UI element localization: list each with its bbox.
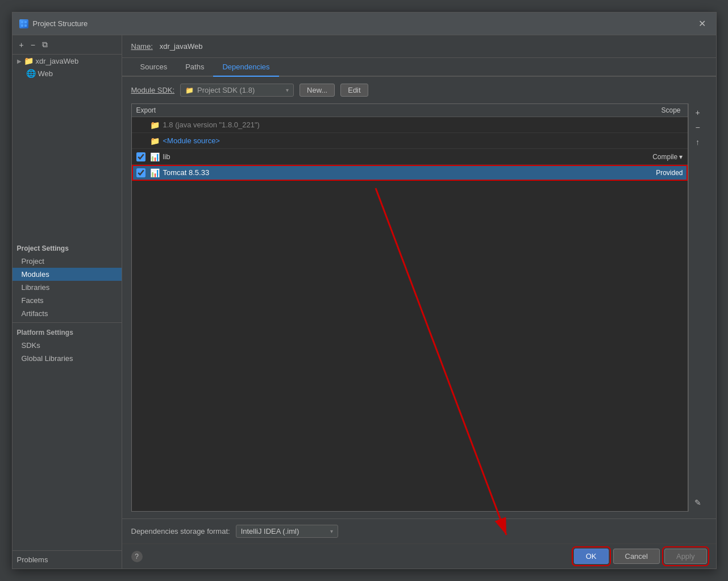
expand-icon: ▶ (17, 58, 22, 64)
sidebar-item-global-libraries[interactable]: Global Libraries (13, 352, 122, 365)
platform-settings-header: Platform Settings (13, 322, 122, 339)
help-button[interactable]: ? (131, 551, 143, 562)
add-dep-button[interactable]: + (691, 106, 705, 119)
tree-node-web-label: Web (38, 69, 53, 78)
panel-content: Module SDK: 📁 Project SDK (1.8) ▾ New...… (122, 77, 716, 518)
sdk-dropdown[interactable]: 📁 Project SDK (1.8) ▾ (180, 84, 294, 97)
bottom-bar: ? OK Cancel Apply (122, 543, 716, 568)
svg-rect-0 (21, 21, 23, 23)
tomcat-icon: 📊 (150, 168, 160, 177)
name-value: xdr_javaWeb (160, 42, 707, 51)
title-bar: Project Structure ✕ (13, 13, 716, 35)
sidebar: + − ⧉ ▶ 📁 xdr_javaWeb 🌐 Web (13, 35, 122, 568)
move-up-button[interactable]: ↑ (691, 135, 705, 149)
project-settings-header: Project Settings (13, 240, 122, 255)
right-panel: Name: xdr_javaWeb Sources Paths Dependen… (122, 35, 716, 568)
web-icon: 🌐 (26, 69, 36, 78)
jdk-name: 1.8 (java version "1.8.0_221") (163, 121, 626, 129)
edit-dep-button[interactable]: ✎ (691, 496, 705, 509)
module-source-folder-icon: 📁 (150, 136, 160, 146)
edit-sdk-button[interactable]: Edit (340, 84, 368, 97)
name-label: Name: (131, 42, 153, 51)
tab-dependencies[interactable]: Dependencies (213, 58, 278, 77)
sidebar-item-problems[interactable]: Problems (13, 550, 122, 568)
remove-dep-button[interactable]: − (691, 121, 705, 134)
add-button[interactable]: + (17, 39, 26, 51)
storage-format-label: Dependencies storage format: (131, 527, 230, 536)
name-row: Name: xdr_javaWeb (122, 35, 716, 58)
sdk-arrow-icon: ▾ (286, 87, 289, 93)
window-title: Project Structure (33, 19, 88, 28)
tab-sources[interactable]: Sources (131, 58, 177, 77)
tomcat-scope: Provided (626, 169, 683, 177)
storage-format-value: IntelliJ IDEA (.iml) (241, 527, 327, 536)
apply-button[interactable]: Apply (664, 549, 707, 564)
folder-icon: 📁 (24, 56, 34, 65)
new-sdk-button[interactable]: New... (299, 84, 335, 97)
cancel-button[interactable]: Cancel (613, 549, 660, 564)
svg-rect-1 (24, 21, 27, 23)
svg-rect-3 (24, 24, 27, 27)
sdk-folder-icon: 📁 (185, 86, 194, 94)
tree-node-root[interactable]: ▶ 📁 xdr_javaWeb (13, 55, 122, 67)
lib-scope: Compile ▾ (626, 153, 683, 161)
sidebar-toolbar: + − ⧉ (13, 35, 122, 55)
tomcat-name: Tomcat 8.5.33 (163, 168, 626, 177)
sdk-row: Module SDK: 📁 Project SDK (1.8) ▾ New...… (131, 84, 707, 97)
right-toolbar: + − ↑ ✎ (688, 103, 707, 512)
storage-arrow-icon: ▾ (330, 528, 333, 534)
tab-paths[interactable]: Paths (176, 58, 213, 77)
tree-node-web[interactable]: 🌐 Web (13, 67, 122, 80)
scope-header: Scope (626, 106, 683, 114)
sdk-label: Module SDK: (131, 86, 175, 94)
dep-row-lib[interactable]: 📊 lib Compile ▾ (132, 149, 688, 165)
remove-button[interactable]: − (28, 39, 38, 51)
close-button[interactable]: ✕ (695, 17, 709, 30)
sdk-dropdown-text: Project SDK (1.8) (197, 86, 282, 94)
export-header: Export (136, 106, 626, 114)
deps-table-header: Export Scope (132, 104, 688, 117)
svg-rect-2 (21, 24, 23, 27)
dep-row-tomcat[interactable]: 📊 Tomcat 8.5.33 Provided (132, 165, 688, 181)
tree-node-root-label: xdr_javaWeb (36, 57, 79, 65)
sidebar-item-sdks[interactable]: SDKs (13, 339, 122, 352)
copy-button[interactable]: ⧉ (40, 39, 50, 51)
jdk-folder-icon: 📁 (150, 121, 160, 130)
module-tree: ▶ 📁 xdr_javaWeb 🌐 Web (13, 55, 122, 240)
sidebar-item-facets[interactable]: Facets (13, 294, 122, 307)
app-icon (19, 19, 28, 28)
storage-format-row: Dependencies storage format: IntelliJ ID… (122, 518, 716, 543)
module-source-name: <Module source> (163, 136, 626, 145)
storage-format-dropdown[interactable]: IntelliJ IDEA (.iml) ▾ (236, 525, 338, 538)
tomcat-checkbox[interactable] (136, 168, 145, 177)
sidebar-item-project[interactable]: Project (13, 255, 122, 268)
sidebar-item-libraries[interactable]: Libraries (13, 281, 122, 294)
dep-row-jdk[interactable]: 📁 1.8 (java version "1.8.0_221") (132, 117, 688, 133)
dependencies-table: Export Scope 📁 1.8 (java version "1.8.0_… (131, 103, 688, 512)
tabs-row: Sources Paths Dependencies (122, 58, 716, 77)
dep-row-module-source[interactable]: 📁 <Module source> (132, 133, 688, 149)
ok-button[interactable]: OK (574, 549, 609, 564)
lib-name: lib (163, 152, 626, 161)
sidebar-item-artifacts[interactable]: Artifacts (13, 307, 122, 320)
sidebar-item-modules[interactable]: Modules (13, 268, 122, 281)
lib-icon: 📊 (150, 152, 160, 161)
lib-checkbox[interactable] (136, 152, 145, 161)
